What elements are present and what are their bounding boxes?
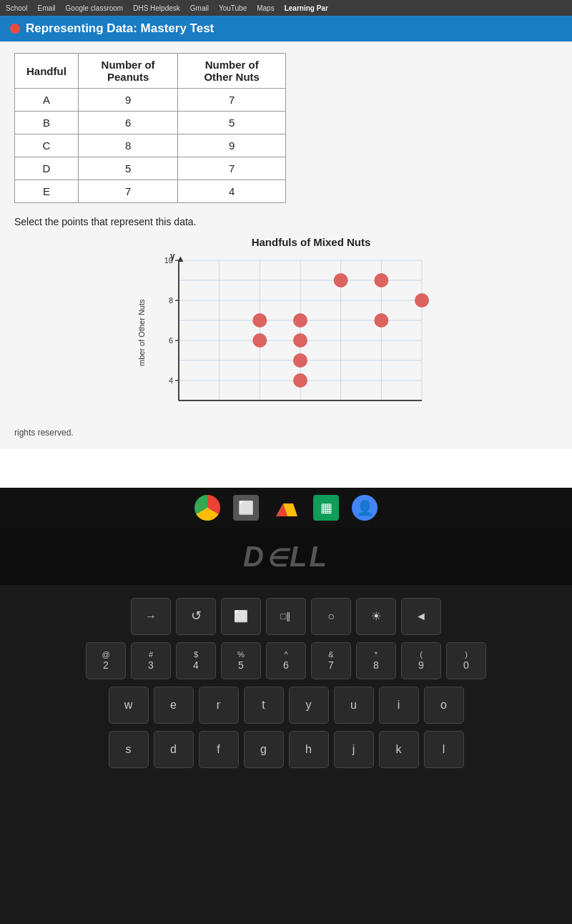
svg-text:▲: ▲ (176, 253, 185, 264)
instruction-text: Select the points that represent this da… (14, 216, 558, 227)
data-table: Handful Number of Peanuts Number of Othe… (14, 53, 286, 203)
table-row: D57 (15, 157, 286, 180)
tab-youtube[interactable]: YouTube (216, 4, 250, 12)
key-4[interactable]: $4 (176, 642, 216, 679)
table-row: C89 (15, 134, 286, 157)
chart-wrapper: Handfuls of Mixed Nuts mber of Other Nut… (14, 236, 558, 422)
col-handful: Handful (15, 54, 79, 89)
key-i[interactable]: i (379, 687, 419, 724)
chart-point[interactable] (293, 333, 307, 348)
keyboard: → ↺ ⬜ □‖ ○ ☀ ◄ @2 #3 $4 %5 ^6 &7 *8 (9 )… (0, 585, 572, 768)
chart-point[interactable] (252, 313, 267, 328)
table-row: B65 (15, 112, 286, 134)
keyboard-row-2: @2 #3 $4 %5 ^6 &7 *8 (9 )0 (0, 642, 572, 679)
dell-area: D∈LL (0, 528, 572, 585)
copyright-text: rights reserved. (14, 428, 558, 438)
screen: Representing Data: Mastery Test Handful … (0, 16, 572, 488)
key-brightness[interactable]: ☀ (356, 598, 396, 635)
tab-dhs-helpdesk[interactable]: DHS Helpdesk (130, 4, 183, 12)
title-dot (10, 24, 20, 34)
key-7[interactable]: &7 (311, 642, 351, 679)
key-o[interactable]: o (424, 687, 464, 724)
key-l[interactable]: l (424, 731, 464, 768)
chart-point[interactable] (415, 293, 429, 308)
key-f[interactable]: f (199, 731, 239, 768)
tab-maps[interactable]: Maps (254, 4, 277, 12)
chart-point[interactable] (374, 273, 388, 287)
key-w[interactable]: w (109, 687, 149, 724)
chart-point[interactable] (334, 273, 348, 287)
svg-text:6: 6 (169, 336, 173, 345)
tab-school[interactable]: School (3, 4, 31, 12)
key-9[interactable]: (9 (401, 642, 441, 679)
taskbar-square-icon[interactable]: ⬜ (233, 495, 259, 521)
key-refresh[interactable]: ↺ (176, 598, 216, 635)
taskbar-sheets-icon[interactable]: ▦ (313, 495, 339, 521)
keyboard-row-3: w e r t y u i o (0, 687, 572, 724)
key-r[interactable]: r (199, 687, 239, 724)
key-fullscreen[interactable]: ⬜ (221, 598, 261, 635)
chart-point[interactable] (293, 313, 307, 328)
key-6[interactable]: ^6 (266, 642, 306, 679)
svg-text:4: 4 (169, 376, 173, 385)
taskbar-drive-icon[interactable] (272, 495, 300, 521)
title-bar: Representing Data: Mastery Test (0, 16, 572, 41)
key-d[interactable]: d (154, 731, 194, 768)
chart-point[interactable] (293, 373, 307, 388)
taskbar-face-icon[interactable]: 👤 (352, 495, 378, 521)
key-5[interactable]: %5 (221, 642, 261, 679)
page-title: Representing Data: Mastery Test (26, 21, 214, 36)
key-3[interactable]: #3 (131, 642, 171, 679)
key-0[interactable]: )0 (446, 642, 486, 679)
tab-learning-par[interactable]: Learning Par (282, 4, 331, 12)
key-j[interactable]: j (334, 731, 374, 768)
col-peanuts: Number of Peanuts (78, 54, 178, 89)
taskbar: ⬜ ▦ 👤 (0, 488, 572, 528)
svg-text:8: 8 (169, 296, 173, 305)
key-e[interactable]: e (154, 687, 194, 724)
key-tab[interactable]: → (131, 598, 171, 635)
chart-point[interactable] (293, 353, 307, 368)
keyboard-row-4: s d f g h j k l (0, 731, 572, 768)
table-row: E74 (15, 180, 286, 203)
chart-container: Handfuls of Mixed Nuts mber of Other Nut… (136, 236, 436, 422)
key-y[interactable]: y (289, 687, 329, 724)
key-k[interactable]: k (379, 731, 419, 768)
key-u[interactable]: u (334, 687, 374, 724)
tab-email[interactable]: Email (35, 4, 59, 12)
key-window[interactable]: □‖ (266, 598, 306, 635)
chart-title: Handfuls of Mixed Nuts (193, 236, 429, 248)
tab-google-classroom[interactable]: Google classroom (63, 4, 127, 12)
chart-svg: 46810▲y (136, 253, 436, 422)
key-s[interactable]: s (109, 731, 149, 768)
col-other-nuts: Number of Other Nuts (178, 54, 286, 89)
browser-bar: School Email Google classroom DHS Helpde… (0, 0, 572, 16)
content-area: Handful Number of Peanuts Number of Othe… (0, 41, 572, 449)
table-row: A97 (15, 89, 286, 112)
svg-text:y: y (170, 253, 175, 261)
key-g[interactable]: g (244, 731, 284, 768)
chart-point[interactable] (374, 313, 388, 328)
key-2[interactable]: @2 (86, 642, 126, 679)
key-t[interactable]: t (244, 687, 284, 724)
dell-logo: D∈LL (243, 541, 329, 573)
tab-gmail[interactable]: Gmail (187, 4, 212, 12)
key-h[interactable]: h (289, 731, 329, 768)
keyboard-row-1: → ↺ ⬜ □‖ ○ ☀ ◄ (0, 598, 572, 635)
taskbar-chrome-icon[interactable] (194, 495, 220, 521)
key-back[interactable]: ◄ (401, 598, 441, 635)
key-circle[interactable]: ○ (311, 598, 351, 635)
key-8[interactable]: *8 (356, 642, 396, 679)
chart-point[interactable] (252, 333, 267, 348)
